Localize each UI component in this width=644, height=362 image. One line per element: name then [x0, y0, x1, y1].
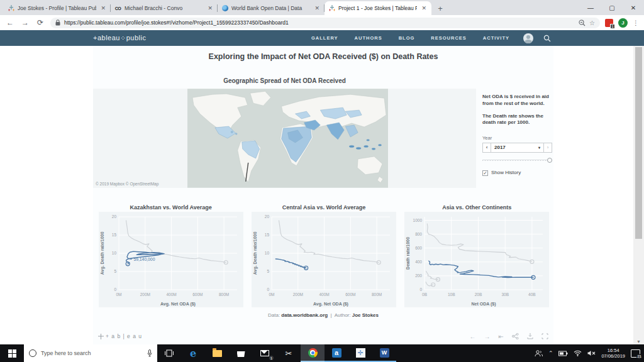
- year-slider-handle[interactable]: [547, 158, 552, 163]
- browser-tab-1[interactable]: Joe Stokes - Profile | Tableau Pub ✕: [4, 1, 111, 15]
- tab-close-icon[interactable]: ✕: [99, 5, 107, 11]
- ms-store-button[interactable]: [229, 344, 253, 362]
- year-prev-button[interactable]: ‹: [482, 143, 491, 153]
- separator: |: [331, 312, 332, 318]
- undo-icon[interactable]: ←: [470, 333, 476, 340]
- refresh-icon[interactable]: ⟳: [35, 18, 45, 27]
- svg-text:0M: 0M: [116, 292, 121, 297]
- year-slider[interactable]: [482, 158, 552, 163]
- taskbar-clock[interactable]: 16:54 07/06/2019: [601, 348, 625, 359]
- search-icon[interactable]: [543, 35, 551, 42]
- url-text: https://public.tableau.com/profile/joe.s…: [64, 19, 575, 26]
- nav-link-blog[interactable]: BLOG: [399, 35, 415, 41]
- scrollbar-thumb[interactable]: [635, 47, 642, 239]
- hidden-icons-chevron[interactable]: ⌃: [548, 350, 553, 356]
- browser-tab-strip: Joe Stokes - Profile | Tableau Pub ✕ CO …: [0, 0, 644, 15]
- scrollbar-down-arrow[interactable]: ▼: [633, 339, 644, 344]
- bookmark-star-icon[interactable]: ☆: [589, 19, 595, 26]
- people-icon[interactable]: [535, 350, 543, 357]
- page-scrollbar[interactable]: ▼: [633, 46, 644, 344]
- volume-muted-icon[interactable]: [587, 350, 596, 356]
- amazon-button[interactable]: a: [325, 344, 348, 362]
- show-history-checkbox[interactable]: ✓: [482, 170, 488, 176]
- browser-tab-active[interactable]: Project 1 - Joe Stokes | Tableau P ✕: [325, 1, 431, 15]
- tableau-public-logo[interactable]: +ableau⁘public: [93, 34, 146, 42]
- map-title: Geographic Spread of Net ODA Received: [93, 77, 476, 84]
- svg-text:400M: 400M: [319, 292, 329, 297]
- address-bar[interactable]: https://public.tableau.com/profile/joe.s…: [50, 18, 600, 28]
- tab-close-icon[interactable]: ✕: [206, 5, 214, 11]
- file-explorer-button[interactable]: [205, 344, 229, 362]
- edge-icon: e: [190, 348, 196, 359]
- browser-tab-3[interactable]: World Bank Open Data | Data ✕: [218, 1, 325, 15]
- svg-text:15: 15: [265, 233, 270, 237]
- extension-badge: 1: [610, 24, 615, 29]
- mail-button[interactable]: 1: [253, 344, 277, 362]
- window-close-button[interactable]: ✕: [623, 0, 644, 15]
- nav-link-resources[interactable]: RESOURCES: [431, 35, 467, 41]
- wifi-icon[interactable]: [574, 350, 582, 356]
- word-button[interactable]: W: [372, 344, 396, 362]
- browser-profile-avatar[interactable]: J: [618, 18, 628, 28]
- window-maximize-button[interactable]: ▢: [601, 0, 623, 15]
- tab-close-icon[interactable]: ✕: [420, 5, 428, 11]
- nav-link-gallery[interactable]: GALLERY: [311, 35, 338, 41]
- search-placeholder: Type here to search: [41, 350, 143, 356]
- tableau-favicon-icon: [328, 5, 335, 12]
- svg-text:10: 10: [265, 251, 270, 255]
- svg-text:1000: 1000: [413, 218, 423, 222]
- world-map[interactable]: [187, 89, 388, 188]
- extension-icon[interactable]: 1: [605, 19, 613, 27]
- year-dropdown[interactable]: 2017 ▾: [491, 143, 543, 153]
- reset-icon[interactable]: ⇤: [499, 333, 504, 340]
- snipping-tool-button[interactable]: ✂: [277, 344, 301, 362]
- tab-close-icon[interactable]: ✕: [313, 5, 321, 11]
- chrome-button[interactable]: [301, 344, 325, 362]
- nav-link-activity[interactable]: ACTIVITY: [483, 35, 509, 41]
- nav-link-authors[interactable]: AUTHORS: [355, 35, 382, 41]
- map-attribution[interactable]: © 2019 Mapbox © OpenStreetMap: [96, 182, 158, 186]
- fullscreen-icon[interactable]: [541, 333, 548, 339]
- action-center-button[interactable]: 21: [631, 349, 640, 358]
- folder-icon: [213, 350, 222, 357]
- browser-tab-2[interactable]: CO Michael Bracchi - Convo ✕: [111, 1, 218, 15]
- svg-text:0: 0: [420, 287, 423, 292]
- asia-vs-other-continents-chart[interactable]: 0B10B20B30B40B02004006008001000Net ODA (…: [404, 212, 549, 310]
- download-icon[interactable]: [527, 333, 533, 339]
- central-asia-vs-world-chart[interactable]: 0M200M400M600M800M05101520Avg. Net ODA (…: [252, 212, 396, 310]
- task-view-icon: [165, 349, 174, 357]
- windows-taskbar: Type here to search e 1 ✂ a ✛ W ⌃ 16:54 …: [0, 344, 644, 362]
- svg-text:0: 0: [114, 287, 116, 292]
- task-view-button[interactable]: [157, 344, 181, 362]
- tableau-footer-logo[interactable]: + a b | e a u: [98, 333, 142, 339]
- share-icon[interactable]: [512, 333, 519, 339]
- redo-icon[interactable]: →: [484, 333, 491, 340]
- svg-text:5: 5: [114, 269, 116, 273]
- dashboard-title: Exploring the Impact of Net ODA Received…: [93, 46, 553, 61]
- chart-title: Central Asia vs. World Average: [247, 204, 400, 211]
- browser-menu-icon[interactable]: ⋮: [633, 19, 639, 26]
- tableau-app-button[interactable]: ✛: [348, 344, 372, 362]
- tab-title: World Bank Open Data | Data: [231, 5, 310, 11]
- user-avatar[interactable]: [523, 33, 533, 43]
- forward-icon[interactable]: →: [20, 18, 30, 27]
- svg-text:Death rate/1000: Death rate/1000: [406, 237, 410, 270]
- zoom-out-icon[interactable]: [579, 19, 586, 26]
- start-button[interactable]: [0, 344, 24, 362]
- battery-icon[interactable]: [558, 351, 568, 356]
- kazakhstan-vs-world-chart[interactable]: 0M200M400M600M800M0510152059,140,000Avg.…: [99, 212, 243, 310]
- edge-button[interactable]: e: [181, 344, 205, 362]
- svg-text:59,140,000: 59,140,000: [133, 257, 155, 261]
- window-minimize-button[interactable]: —: [580, 0, 601, 15]
- charts-row: Kazakhstan vs. World Average 0M200M400M6…: [93, 204, 553, 310]
- svg-text:200M: 200M: [293, 292, 303, 297]
- map-widget[interactable]: © 2019 Mapbox © OpenStreetMap: [93, 89, 476, 188]
- year-next-button[interactable]: ›: [543, 143, 552, 153]
- notification-badge: 21: [636, 354, 642, 359]
- back-icon[interactable]: ←: [5, 18, 15, 27]
- svg-text:40B: 40B: [528, 292, 536, 297]
- data-source: data.worldbank.org: [281, 312, 328, 318]
- microphone-icon[interactable]: [147, 349, 152, 357]
- taskbar-search[interactable]: Type here to search: [24, 344, 157, 362]
- new-tab-button[interactable]: +: [434, 2, 447, 14]
